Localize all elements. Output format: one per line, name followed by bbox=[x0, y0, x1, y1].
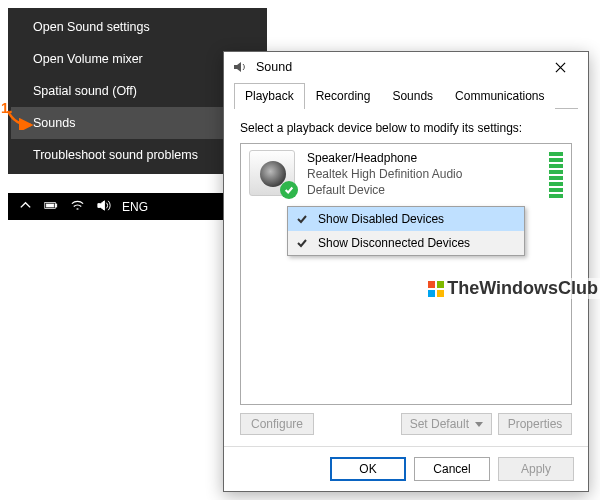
windows-logo-icon bbox=[427, 280, 445, 298]
device-name: Speaker/Headphone bbox=[307, 150, 462, 166]
speaker-icon bbox=[232, 59, 248, 75]
popup-show-disabled[interactable]: Show Disabled Devices bbox=[288, 207, 524, 231]
close-button[interactable] bbox=[540, 52, 580, 82]
speaker-device-icon bbox=[249, 150, 295, 196]
tab-playback[interactable]: Playback bbox=[234, 83, 305, 109]
svg-rect-2 bbox=[46, 204, 54, 207]
device-list[interactable]: Speaker/Headphone Realtek High Definitio… bbox=[240, 143, 572, 405]
battery-icon[interactable] bbox=[44, 198, 59, 216]
watermark-text: TheWindowsClub bbox=[447, 278, 598, 299]
tabstrip: Playback Recording Sounds Communications bbox=[234, 82, 578, 109]
level-meter bbox=[549, 152, 563, 198]
sound-dialog: Sound Playback Recording Sounds Communic… bbox=[223, 51, 589, 492]
svg-rect-1 bbox=[55, 204, 57, 207]
svg-rect-6 bbox=[437, 290, 444, 297]
close-icon bbox=[555, 62, 566, 73]
dialog-footer: OK Cancel Apply bbox=[224, 446, 588, 491]
popup-show-disconnected[interactable]: Show Disconnected Devices bbox=[288, 231, 524, 255]
apply-button[interactable]: Apply bbox=[498, 457, 574, 481]
device-status: Default Device bbox=[307, 182, 462, 198]
step-1-label: 1. bbox=[1, 100, 13, 116]
tab-recording[interactable]: Recording bbox=[305, 83, 382, 109]
tray-language[interactable]: ENG bbox=[122, 200, 148, 214]
dialog-title: Sound bbox=[256, 60, 292, 74]
chevron-up-icon[interactable] bbox=[18, 198, 33, 216]
device-row[interactable]: Speaker/Headphone Realtek High Definitio… bbox=[249, 150, 563, 199]
properties-button[interactable]: Properties bbox=[498, 413, 572, 435]
volume-icon[interactable] bbox=[96, 198, 111, 216]
default-check-icon bbox=[280, 181, 298, 199]
svg-rect-4 bbox=[437, 281, 444, 288]
cancel-button[interactable]: Cancel bbox=[414, 457, 490, 481]
svg-rect-5 bbox=[428, 290, 435, 297]
svg-rect-3 bbox=[428, 281, 435, 288]
tab-sounds[interactable]: Sounds bbox=[381, 83, 444, 109]
ctx-item-open-sound-settings[interactable]: Open Sound settings bbox=[11, 11, 264, 43]
device-context-popup: Show Disabled Devices Show Disconnected … bbox=[287, 206, 525, 256]
check-icon bbox=[296, 237, 308, 249]
configure-button[interactable]: Configure bbox=[240, 413, 314, 435]
wifi-icon[interactable] bbox=[70, 198, 85, 216]
instruction-text: Select a playback device below to modify… bbox=[240, 121, 572, 135]
watermark: TheWindowsClub bbox=[425, 278, 600, 299]
set-default-button[interactable]: Set Default bbox=[401, 413, 492, 435]
tab-communications[interactable]: Communications bbox=[444, 83, 555, 109]
popup-item-label: Show Disconnected Devices bbox=[318, 236, 470, 250]
popup-item-label: Show Disabled Devices bbox=[318, 212, 444, 226]
device-driver: Realtek High Definition Audio bbox=[307, 166, 462, 182]
device-text: Speaker/Headphone Realtek High Definitio… bbox=[307, 150, 462, 199]
titlebar: Sound bbox=[224, 52, 588, 82]
check-icon bbox=[296, 213, 308, 225]
ok-button[interactable]: OK bbox=[330, 457, 406, 481]
